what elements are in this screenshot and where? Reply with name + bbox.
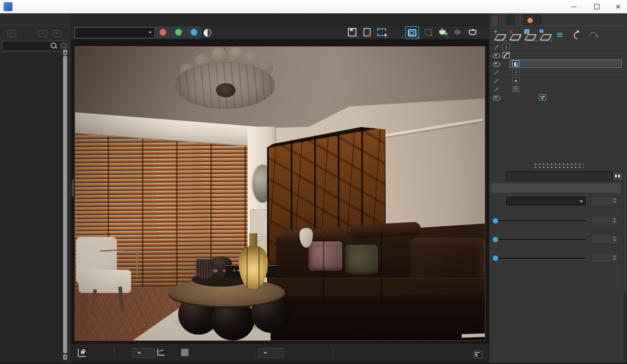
- visibility-toggle[interactable]: [493, 53, 501, 58]
- history-scrollbar[interactable]: [63, 50, 68, 361]
- stop-render-button[interactable]: [466, 26, 479, 38]
- render-image[interactable]: [75, 46, 485, 341]
- slider-thumb[interactable]: [493, 237, 498, 242]
- undo-button[interactable]: [570, 28, 584, 42]
- search-icon: [51, 43, 56, 48]
- layer-row-stamp[interactable]: [489, 43, 627, 52]
- layer-row-source[interactable]: [489, 93, 627, 102]
- history-list[interactable]: [0, 52, 63, 364]
- list-icon: ≡: [556, 30, 563, 39]
- tab-layers[interactable]: [491, 15, 499, 26]
- spinner-arrows-icon[interactable]: [613, 218, 616, 223]
- history-ab-compare-button[interactable]: [20, 28, 33, 39]
- status-bar: [72, 343, 489, 363]
- red-channel-button[interactable]: [156, 26, 170, 38]
- scrollbar-thumb[interactable]: [63, 56, 67, 353]
- layer-stack-icon: [509, 34, 522, 40]
- layer-row-exposure[interactable]: ◐: [489, 60, 627, 68]
- highlight-burn-slider[interactable]: [493, 239, 586, 240]
- console-log-icon[interactable]: [474, 351, 482, 358]
- contrast-slider[interactable]: [493, 258, 586, 259]
- visibility-toggle[interactable]: [493, 95, 501, 100]
- search-filter-dropdown[interactable]: [60, 43, 67, 49]
- blue-channel-button[interactable]: [187, 26, 201, 38]
- visibility-toggle[interactable]: [493, 78, 501, 84]
- properties-scrollbar[interactable]: [623, 172, 627, 363]
- layer-stack-icon: [494, 34, 507, 40]
- pixel-lock-icon[interactable]: [78, 349, 86, 357]
- plus-box-icon: +: [8, 30, 16, 37]
- history-add-button[interactable]: +: [5, 28, 18, 39]
- eye-icon: [493, 53, 500, 58]
- mono-channel-button[interactable]: [204, 29, 212, 37]
- layer-presets-button[interactable]: ≡: [554, 28, 568, 42]
- check-box-icon: ✓: [39, 30, 47, 37]
- panel-splitter-handle[interactable]: [534, 163, 583, 168]
- zoom-level-button[interactable]: [391, 26, 403, 38]
- scroll-up-button[interactable]: [63, 50, 67, 55]
- slider-thumb[interactable]: [493, 218, 498, 224]
- exposure-slider[interactable]: [493, 220, 586, 222]
- contrast-value-field[interactable]: [591, 253, 618, 263]
- highlight-burn-value-field[interactable]: [591, 235, 618, 244]
- hidden-slash-icon: [494, 79, 499, 83]
- slider-thumb[interactable]: [493, 256, 498, 261]
- tab-log[interactable]: [523, 15, 541, 26]
- track-mouse-button[interactable]: [422, 26, 435, 38]
- save-layers-button[interactable]: [523, 28, 537, 42]
- show-corrections-button[interactable]: [405, 26, 419, 39]
- spinner-arrows-icon[interactable]: [613, 255, 616, 260]
- pixel-size-dropdown[interactable]: [132, 348, 155, 358]
- green-channel-button[interactable]: [171, 26, 186, 38]
- divider: [333, 348, 333, 359]
- close-button[interactable]: ×: [608, 0, 627, 13]
- region-render-button[interactable]: [375, 26, 388, 38]
- visibility-toggle[interactable]: [493, 87, 501, 92]
- visibility-toggle[interactable]: [493, 61, 501, 67]
- pixel-color-swatch: [181, 348, 189, 356]
- properties-expand-button[interactable]: [613, 172, 623, 181]
- hidden-slash-icon: [494, 45, 499, 49]
- divider: [255, 348, 255, 359]
- minimize-button[interactable]: [563, 0, 584, 13]
- lens-layer-icon: [512, 69, 519, 75]
- color-mode-dropdown[interactable]: [258, 348, 284, 358]
- layer-stack-icon: [539, 34, 552, 40]
- history-set-a-button[interactable]: ✓: [36, 28, 49, 39]
- channel-select[interactable]: [75, 27, 155, 38]
- spinner-arrows-icon[interactable]: [613, 236, 616, 241]
- redo-button[interactable]: [586, 28, 600, 42]
- blue-channel-icon: [191, 29, 197, 36]
- image-viewer: [72, 39, 489, 343]
- curve-layer-icon: [503, 52, 510, 58]
- chevron-down-icon: [148, 32, 152, 34]
- interactive-render-button[interactable]: [451, 26, 464, 38]
- tab-stats[interactable]: [507, 15, 515, 26]
- add-layer-button[interactable]: +: [493, 28, 507, 42]
- history-panel: + ✓ ×: [0, 13, 72, 364]
- exposure-value-field[interactable]: [591, 216, 618, 225]
- visibility-toggle[interactable]: [493, 44, 501, 50]
- blend-amount-field[interactable]: [591, 196, 618, 206]
- render-last-button[interactable]: [436, 26, 449, 38]
- blend-mode-dropdown[interactable]: [506, 196, 586, 206]
- history-remove-button[interactable]: ×: [51, 28, 63, 39]
- layer-row-sharpen-blur[interactable]: [489, 76, 627, 85]
- layer-row-display-correction[interactable]: [489, 51, 627, 60]
- layer-row-lens-effects[interactable]: [489, 68, 627, 77]
- scroll-down-button[interactable]: [63, 355, 67, 360]
- save-image-button[interactable]: [346, 26, 359, 38]
- delete-layer-button[interactable]: ×: [508, 28, 522, 42]
- clear-image-button[interactable]: [360, 26, 373, 38]
- layer-row-denoise[interactable]: [489, 85, 627, 94]
- properties-section-header: [491, 183, 621, 193]
- visibility-toggle[interactable]: [493, 70, 501, 75]
- load-layers-button[interactable]: [538, 28, 552, 42]
- search-input[interactable]: [4, 42, 52, 50]
- clear-image-icon: [363, 28, 371, 36]
- viewer-scrollbar-thumb[interactable]: [72, 180, 74, 196]
- region-select-icon: [377, 28, 386, 36]
- spinner-arrows-icon[interactable]: [613, 198, 616, 203]
- undo-icon: [572, 31, 583, 41]
- maximize-button[interactable]: [587, 0, 607, 13]
